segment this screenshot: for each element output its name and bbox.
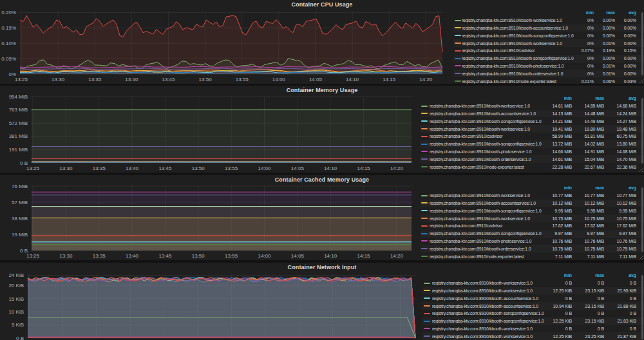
legend-series-swatch[interactable] [424,298,430,299]
legend-series-name[interactable]: registry.changba-ktv.com:8910/cadvisor [462,48,580,53]
legend-series-name[interactable]: registry.changba-ktv.com:8910/kbooth-wor… [432,326,546,331]
legend-series-name[interactable]: registry.changba-ktv.com:8910/kbooth-acc… [430,111,546,116]
legend-series-name[interactable]: registry.changba-ktv.com:8910/kbooth-wor… [430,104,546,108]
legend-header-max[interactable]: max [580,185,612,190]
legend-series-name[interactable]: registry.changba-ktv.com:8910/kbooth-wor… [432,281,546,285]
panel-body: 76 MiB57 MiB38 MiB19 MiB0 B13:2513:3013:… [0,184,644,260]
legend-scrollbar[interactable] [641,12,643,75]
legend-series-name[interactable]: registry.changba-ktv.com:8910/node-expor… [430,254,546,259]
legend-series-swatch[interactable] [424,321,430,322]
legend-series-swatch[interactable] [421,144,428,145]
legend-series-swatch[interactable] [455,27,461,28]
legend-header-max[interactable]: max [580,273,612,278]
legend-series-swatch[interactable] [421,195,428,196]
legend-header-max[interactable]: max [580,96,612,100]
legend-min-value: 13.72 MiB [546,142,580,146]
legend-series-swatch[interactable] [455,35,461,36]
legend-series-name[interactable]: registry.changba-ktv.com:8910/kbooth-pho… [430,149,546,154]
chart-plot[interactable]: 24 KiB20 KiB15 KiB10 KiB5 KiB0 B13:2513:… [0,271,422,340]
legend-series-swatch[interactable] [455,58,461,59]
legend-series-swatch[interactable] [421,218,428,219]
legend-series-swatch[interactable] [424,328,430,329]
legend-series-swatch[interactable] [421,225,428,227]
legend-series-name[interactable]: registry.changba-ktv.com:8910/kbooth-son… [430,231,546,236]
chart-plot[interactable]: 76 MiB57 MiB38 MiB19 MiB0 B13:2513:3013:… [0,184,420,260]
legend-series-swatch[interactable] [455,80,461,82]
legend-series-swatch[interactable] [421,120,428,122]
legend-series-name[interactable]: registry.changba-ktv.com:8910/kbooth-son… [430,142,546,146]
legend-series-name[interactable]: registry.changba-ktv.com:8910/kbooth-ord… [462,71,580,76]
legend-series-name[interactable]: registry.changba-ktv.com:8910/kbooth-son… [462,33,580,38]
legend-series-name[interactable]: registry.changba-ktv.com:8910/kbooth-wor… [432,288,546,293]
legend-series-swatch[interactable] [421,106,428,107]
legend-series-swatch[interactable] [421,256,428,257]
legend-scrollbar[interactable] [641,187,643,252]
legend-series-name[interactable]: registry.changba-ktv.com:8910/kbooth-ord… [430,247,546,251]
legend-avg-value: 14.68 MiB [612,104,644,108]
legend-header-min[interactable]: min [580,10,601,15]
legend-series-swatch[interactable] [421,240,428,241]
legend-series-name[interactable]: registry.changba-ktv.com:8910/kbooth-pho… [462,64,580,68]
legend-series-name[interactable]: registry.changba-ktv.com:8910/kbooth-wor… [462,18,580,23]
panel-title[interactable]: Container Memory Usage [0,86,644,94]
legend-series-name[interactable]: registry.changba-ktv.com:8910/kbooth-wor… [432,334,546,339]
chart-plot[interactable]: 954 MiB763 MiB572 MiB381 MiB191 MiB0 B13… [0,94,420,173]
legend-series-name[interactable]: registry.changba-ktv.com:8910/node-expor… [462,79,580,84]
legend-series-name[interactable]: registry.changba-ktv.com:8910/kbooth-pho… [430,239,546,243]
legend-series-swatch[interactable] [455,65,461,66]
legend-series-name[interactable]: registry.changba-ktv.com:8910/kbooth-acc… [432,304,546,308]
legend-series-swatch[interactable] [421,210,428,211]
legend-series-name[interactable]: registry.changba-ktv.com:8910/kbooth-wor… [430,127,546,131]
legend-series-swatch[interactable] [421,113,428,114]
legend-max-value: 23.15 KiB [580,319,612,323]
legend-series-swatch[interactable] [421,136,428,137]
legend-series-swatch[interactable] [421,158,428,160]
legend-series-name[interactable]: registry.changba-ktv.com:8910/kbooth-son… [432,319,546,323]
legend-series-name[interactable]: registry.changba-ktv.com:8910/kbooth-son… [432,311,546,316]
legend-series-swatch[interactable] [421,202,428,203]
legend-series-name[interactable]: registry.changba-ktv.com:8910/kbooth-son… [430,209,546,213]
legend-series-swatch[interactable] [421,151,428,152]
legend-row: registry.changba-ktv.com:8910/cadvisor 1… [420,222,644,230]
legend-series-swatch[interactable] [455,20,461,21]
legend-series-swatch[interactable] [455,50,461,52]
legend-series-name[interactable]: registry.changba-ktv.com:8910/kbooth-ord… [430,157,546,162]
legend-series-swatch[interactable] [455,42,461,44]
legend-series-name[interactable]: registry.changba-ktv.com:8910/cadvisor [430,223,546,228]
legend-series-swatch[interactable] [424,283,430,284]
legend-series-swatch[interactable] [424,335,430,337]
legend-header-min[interactable]: min [546,96,580,100]
legend-series-swatch[interactable] [455,73,461,74]
legend-series-name[interactable]: registry.changba-ktv.com:8910/cadvisor [430,134,546,138]
legend-series-name[interactable]: registry.changba-ktv.com:8910/kbooth-wor… [430,216,546,221]
legend-series-swatch[interactable] [424,290,430,291]
legend-series-name[interactable]: registry.changba-ktv.com:8910/node-expor… [430,165,546,169]
chart-plot[interactable]: 0.20%0.15%0.10%0.05%0%13:2513:3013:3513:… [0,8,453,84]
legend-series-swatch[interactable] [424,313,430,314]
legend-header-max[interactable]: max [601,10,623,15]
legend-series-name[interactable]: registry.changba-ktv.com:8910/kbooth-wor… [430,193,546,198]
legend-scrollbar[interactable] [641,98,643,164]
panel-title[interactable]: Container CPU Usage [0,0,644,8]
legend-series-swatch[interactable] [421,166,428,167]
legend-header-min[interactable]: min [546,185,580,190]
legend-scrollbar[interactable] [641,275,643,339]
legend-series-swatch[interactable] [421,233,428,234]
legend-series-swatch[interactable] [421,248,428,249]
legend-header-avg[interactable]: avg [612,273,644,278]
panel-title[interactable]: Container Cached Memory Usage [0,175,644,184]
legend-series-swatch[interactable] [424,305,430,307]
legend-series-name[interactable]: registry.changba-ktv.com:8910/kbooth-son… [430,119,546,124]
legend-series-name[interactable]: registry.changba-ktv.com:8910/kbooth-son… [462,56,580,61]
legend-series-name[interactable]: registry.changba-ktv.com:8910/kbooth-acc… [462,26,580,30]
legend-series-name[interactable]: registry.changba-ktv.com:8910/kbooth-acc… [432,296,546,301]
legend-header-avg[interactable]: avg [612,96,644,100]
legend-series-name[interactable]: registry.changba-ktv.com:8910/kbooth-wor… [462,41,580,46]
legend-series-swatch[interactable] [421,128,428,129]
legend-series-name[interactable]: registry.changba-ktv.com:8910/kbooth-acc… [430,201,546,205]
legend-max-value: 0 B [580,281,612,285]
legend-header-avg[interactable]: avg [612,185,644,190]
panel-title[interactable]: Container Network Input [0,263,644,271]
legend-min-value: 22.28 MiB [546,165,580,169]
legend-header-min[interactable]: min [546,273,580,278]
